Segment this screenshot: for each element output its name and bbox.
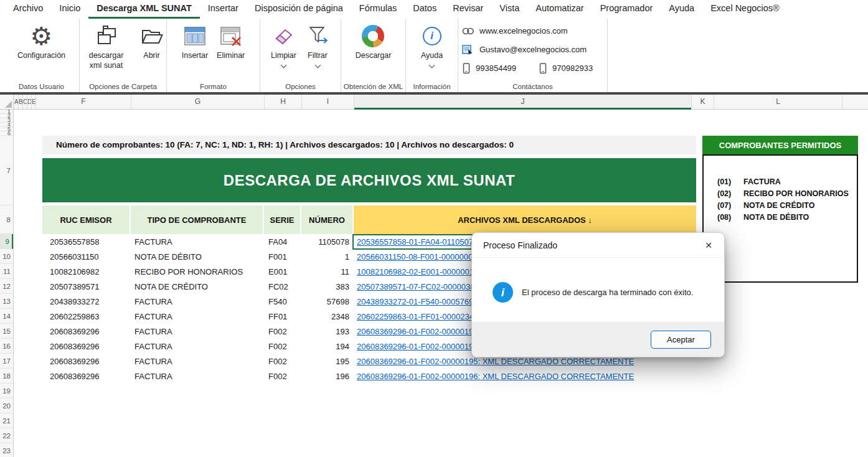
select-all-corner[interactable] [0,95,14,109]
limpiar-button[interactable]: Limpiar [271,22,296,67]
cell-numero: 194 [301,342,354,351]
email-text: Gustavo@excelnegocios.com [479,45,587,54]
group-opciones: Limpiar Filtrar Opciones [260,19,341,92]
column-header-i[interactable]: I [301,95,354,109]
column-header[interactable]: A [14,95,18,109]
row-header[interactable]: 18 [0,369,13,384]
close-icon[interactable]: ✕ [701,237,717,253]
cell-tipo: FACTURA [131,297,264,306]
xml-file-link[interactable]: 20608369296-01-F002-00000196: XML DESCAR… [354,372,696,381]
row-header[interactable]: 23 [0,443,13,457]
column-header[interactable]: E [31,95,35,109]
column-header[interactable]: D [27,95,31,109]
cell-serie: F002 [264,372,301,381]
column-header-bar: ABCDE F G H I J K L [0,95,868,110]
eliminar-label: Eliminar [217,50,245,60]
row-header[interactable]: 19 [0,384,13,398]
cell-numero: 193 [301,327,354,336]
cell-serie: F002 [264,327,301,336]
row-header[interactable]: 8 [0,205,13,234]
row-header[interactable]: 3 [0,118,13,123]
email-link[interactable]: Gustavo@excelnegocios.com [462,42,607,57]
configuracion-button[interactable]: ⚙ Configuración [17,22,65,60]
item-code: (02) [717,189,743,198]
ribbon-tab[interactable]: Excel Negocios® [702,0,788,19]
allowed-panel-title: COMPROBANTES PERMITIDOS [702,136,858,154]
cell-tipo: FACTURA [131,327,264,336]
ribbon-tab[interactable]: Disposición de página [247,0,351,19]
ribbon-tab[interactable]: Fórmulas [351,0,405,19]
eraser-icon [272,22,296,50]
ribbon-tab-bar: ArchivoInicioDescarga XML SUNATInsertarD… [0,0,868,19]
dialog-footer: Aceptar [472,322,724,357]
row-header[interactable]: 15 [0,324,13,339]
ayuda-button[interactable]: i Ayuda [421,22,443,67]
ribbon-tab[interactable]: Programador [592,0,661,19]
folders-icon [94,22,119,50]
row-header[interactable]: 10 [0,249,13,264]
ribbon-tab[interactable]: Inicio [51,0,88,19]
table-header-numero: NÚMERO [301,205,354,234]
row-header[interactable]: 4 [0,123,13,127]
column-header-h[interactable]: H [264,95,301,109]
column-header-g[interactable]: G [131,95,264,109]
descargar-xml-sunat-button[interactable]: descargar xml sunat [82,22,131,70]
cell-numero: 1 [301,252,354,261]
ribbon-tab[interactable]: Archivo [5,0,51,19]
row-header[interactable]: 11 [0,264,13,279]
column-header[interactable]: B [18,95,22,109]
row-header[interactable]: 22 [0,428,13,443]
column-header-m[interactable] [842,95,868,109]
ribbon-tab[interactable]: Ayuda [661,0,702,19]
row-header[interactable]: 21 [0,413,13,428]
cell-numero: 11 [301,267,354,276]
row-header[interactable]: 7 [0,136,13,205]
phone2-text: 970982933 [552,64,593,73]
cell-serie: FF01 [264,312,301,321]
row-header[interactable]: 2 [0,114,13,118]
filtrar-button[interactable]: Filtrar [305,22,330,67]
allowed-panel-item: (07) NOTA DE CRÉDITO [704,199,857,211]
insertar-button[interactable]: Insertar [182,22,208,60]
filtrar-label: Filtrar [308,50,328,60]
cell-ruc: 20438933272 [42,297,131,306]
column-header-f[interactable]: F [35,95,131,109]
cell-tipo: RECIBO POR HONORARIOS [131,267,264,276]
ribbon-tab[interactable]: Descarga XML SUNAT [88,0,200,19]
row-header[interactable]: 13 [0,294,13,309]
website-link[interactable]: www.excelnegocios.com [462,23,607,39]
column-header-l[interactable]: L [714,95,842,109]
table-row: 20608369296 FACTURA F002 196 20608369296… [42,369,696,384]
item-label: RECIBO POR HONORARIOS [743,189,857,198]
row-header[interactable]: 12 [0,279,13,294]
column-header-j-selected[interactable]: J [354,95,691,109]
row-header[interactable]: 9 [0,234,13,249]
ribbon-tab[interactable]: Vista [491,0,527,19]
row-header[interactable]: 16 [0,339,13,354]
abrir-button[interactable]: Abrir [139,22,164,70]
row-header[interactable]: 17 [0,354,13,369]
ribbon-tab[interactable]: Revisar [445,0,491,19]
gear-icon: ⚙ [31,22,53,50]
chevron-down-icon[interactable] [314,62,321,68]
allowed-panel-item: (01) FACTURA [704,176,857,187]
ribbon-tab[interactable]: Automatizar [527,0,592,19]
chevron-down-icon[interactable] [281,62,287,68]
xml-file-link[interactable]: 20608369296-01-F002-00000195: XML DESCAR… [354,357,696,366]
row-header[interactable]: 5 [0,127,13,131]
descargar-button[interactable]: Descargar [356,22,392,60]
row-header[interactable]: 1 [0,110,13,114]
ribbon-tab[interactable]: Datos [405,0,445,19]
ribbon-tab[interactable]: Insertar [200,0,247,19]
eliminar-button[interactable]: Eliminar [217,22,245,60]
chevron-down-icon[interactable] [429,62,435,68]
row-header[interactable]: 20 [0,398,13,413]
row-header[interactable]: 14 [0,309,13,324]
insert-sheet-icon [183,22,207,50]
column-header-k[interactable]: K [691,95,714,109]
column-header[interactable]: C [22,95,27,109]
cell-numero: 383 [301,282,354,291]
aceptar-button[interactable]: Aceptar [651,331,711,349]
row-header[interactable]: 6 [0,131,13,136]
cell-ruc: 20566031150 [42,252,131,261]
